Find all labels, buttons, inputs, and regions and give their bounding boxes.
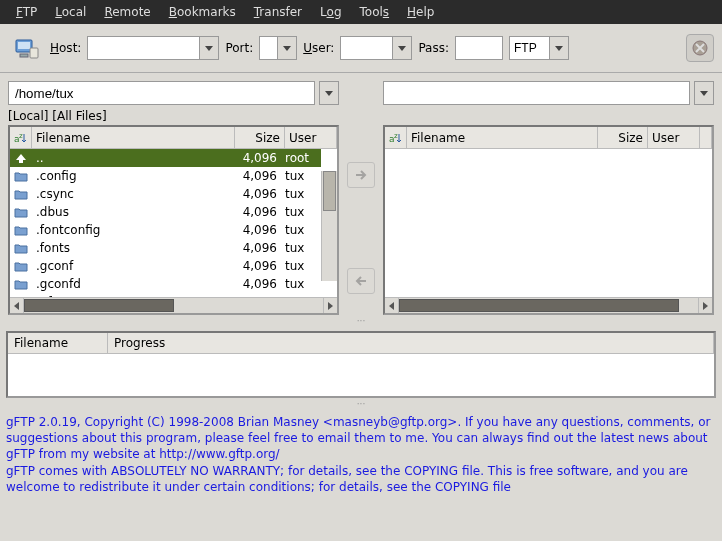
local-header-size[interactable]: Size	[235, 127, 285, 148]
svg-text:z: z	[19, 132, 23, 140]
menu-remote[interactable]: Remote	[96, 3, 158, 21]
file-name: .gconfd	[32, 277, 231, 291]
file-name: .dbus	[32, 205, 231, 219]
local-vscrollbar[interactable]	[321, 171, 337, 281]
file-name: .fontconfig	[32, 223, 231, 237]
chevron-right-icon[interactable]	[323, 298, 337, 313]
chevron-left-icon[interactable]	[10, 298, 24, 313]
panes: [Local] [All Files] az Filename Size Use…	[0, 73, 722, 315]
chevron-right-icon[interactable]	[698, 298, 712, 313]
remote-headers: az Filename Size User	[385, 127, 712, 149]
svg-text:z: z	[394, 132, 398, 140]
remote-filelist: az Filename Size User	[383, 125, 714, 315]
folder-icon	[10, 170, 32, 182]
chevron-left-icon[interactable]	[385, 298, 399, 313]
remote-header-filename[interactable]: Filename	[407, 127, 598, 148]
file-size: 4,096	[231, 151, 281, 165]
stop-button[interactable]	[686, 34, 714, 62]
folder-icon	[10, 188, 32, 200]
menu-help[interactable]: Help	[399, 3, 442, 21]
remote-hscroll-thumb[interactable]	[399, 299, 679, 312]
local-headers: az Filename Size User	[10, 127, 337, 149]
table-row[interactable]: .dbus4,096tux	[10, 203, 321, 221]
local-pane: [Local] [All Files] az Filename Size Use…	[4, 81, 343, 315]
remote-path-dropdown-icon[interactable]	[694, 81, 714, 105]
file-user: tux	[281, 205, 321, 219]
remote-pane: az Filename Size User	[379, 81, 718, 315]
file-user: tux	[281, 223, 321, 237]
local-hscrollbar[interactable]	[10, 297, 337, 313]
menu-local[interactable]: Local	[47, 3, 94, 21]
table-row[interactable]: .csync4,096tux	[10, 185, 321, 203]
remote-rows	[385, 149, 712, 297]
local-path-dropdown-icon[interactable]	[319, 81, 339, 105]
svg-rect-2	[20, 54, 28, 57]
table-row[interactable]: .fontconfig4,096tux	[10, 221, 321, 239]
progress-body	[8, 354, 714, 396]
port-combo[interactable]	[259, 36, 297, 60]
file-size: 4,096	[231, 223, 281, 237]
user-input[interactable]	[340, 36, 392, 60]
menu-log[interactable]: Log	[312, 3, 349, 21]
protocol-dropdown-icon[interactable]	[549, 36, 569, 60]
remote-hscrollbar[interactable]	[385, 297, 712, 313]
file-user: tux	[281, 277, 321, 291]
local-hscroll-thumb[interactable]	[24, 299, 174, 312]
table-row[interactable]: .fonts4,096tux	[10, 239, 321, 257]
local-vscroll-thumb[interactable]	[323, 171, 336, 211]
menu-bookmarks[interactable]: Bookmarks	[161, 3, 244, 21]
user-dropdown-icon[interactable]	[392, 36, 412, 60]
local-header-filename[interactable]: Filename	[32, 127, 235, 148]
remote-filter-label	[379, 109, 718, 125]
table-row[interactable]: .gconfd4,096tux	[10, 275, 321, 293]
local-path-input[interactable]	[8, 81, 315, 105]
remote-header-user[interactable]: User	[648, 127, 700, 148]
remote-path-input[interactable]	[383, 81, 690, 105]
user-combo[interactable]	[340, 36, 412, 60]
menu-tools[interactable]: Tools	[352, 3, 398, 21]
port-input[interactable]	[259, 36, 277, 60]
table-row[interactable]: .gconf4,096tux	[10, 257, 321, 275]
port-dropdown-icon[interactable]	[277, 36, 297, 60]
file-user: root	[281, 151, 321, 165]
file-user: tux	[281, 187, 321, 201]
folder-icon	[10, 260, 32, 272]
host-dropdown-icon[interactable]	[199, 36, 219, 60]
menu-transfer[interactable]: Transfer	[246, 3, 310, 21]
menu-ftp[interactable]: FTP	[8, 3, 45, 21]
folder-icon	[10, 224, 32, 236]
local-header-user[interactable]: User	[285, 127, 337, 148]
transfer-left-button[interactable]	[347, 268, 375, 294]
pane-grip-icon[interactable]: ···	[0, 315, 722, 327]
remote-header-extra[interactable]	[700, 127, 712, 148]
remote-header-size[interactable]: Size	[598, 127, 648, 148]
file-size: 4,096	[231, 277, 281, 291]
file-size: 4,096	[231, 169, 281, 183]
table-row[interactable]: ..4,096root	[10, 149, 321, 167]
log-line-2: gFTP comes with ABSOLUTELY NO WARRANTY; …	[6, 463, 716, 495]
log-panel: gFTP 2.0.19, Copyright (C) 1998-2008 Bri…	[0, 410, 722, 501]
host-label: Host:	[50, 41, 81, 55]
local-filelist: az Filename Size User ..4,096root.config…	[8, 125, 339, 315]
host-combo[interactable]	[87, 36, 219, 60]
file-name: .config	[32, 169, 231, 183]
protocol-input[interactable]	[509, 36, 549, 60]
host-input[interactable]	[87, 36, 199, 60]
table-row[interactable]: .config4,096tux	[10, 167, 321, 185]
sort-icon[interactable]: az	[385, 127, 407, 148]
log-grip-icon[interactable]: ···	[0, 398, 722, 410]
file-name: .fonts	[32, 241, 231, 255]
file-name: ..	[32, 151, 231, 165]
progress-header-progress[interactable]: Progress	[108, 333, 714, 353]
sort-icon[interactable]: az	[10, 127, 32, 148]
file-user: tux	[281, 259, 321, 273]
file-user: tux	[281, 241, 321, 255]
protocol-combo[interactable]	[509, 36, 569, 60]
transfer-right-button[interactable]	[347, 162, 375, 188]
svg-rect-3	[30, 48, 38, 58]
toolbar: Host: Port: User: Pass:	[0, 24, 722, 73]
connect-icon[interactable]	[8, 30, 44, 66]
file-size: 4,096	[231, 241, 281, 255]
progress-header-filename[interactable]: Filename	[8, 333, 108, 353]
pass-input[interactable]	[455, 36, 503, 60]
